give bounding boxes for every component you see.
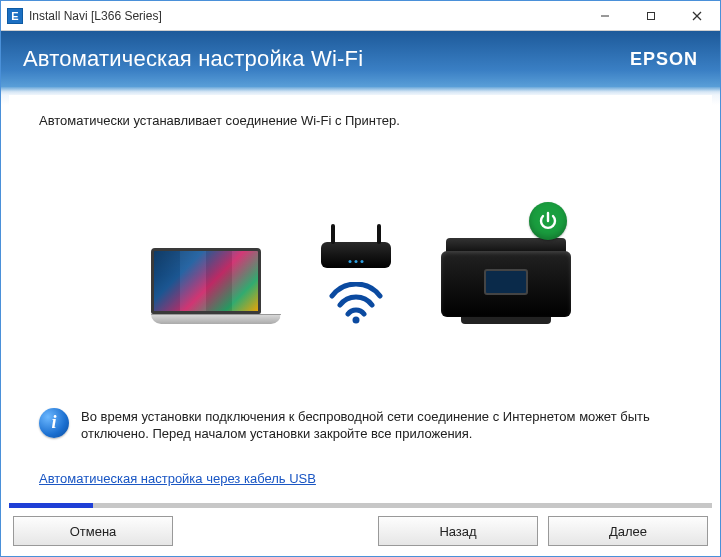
- close-button[interactable]: [674, 1, 720, 30]
- page-heading: Автоматическая настройка Wi-Fi: [23, 46, 363, 72]
- close-icon: [692, 11, 702, 21]
- printer-icon: [441, 238, 571, 324]
- minimize-button[interactable]: [582, 1, 628, 30]
- maximize-icon: [646, 11, 656, 21]
- info-icon: i: [39, 408, 69, 438]
- window-title: Install Navi [L366 Series]: [29, 9, 582, 23]
- connection-diagram: [39, 184, 682, 324]
- content: Автоматически устанавливает соединение W…: [9, 95, 712, 503]
- wifi-icon: [328, 282, 384, 324]
- content-wrapper: Автоматически устанавливает соединение W…: [1, 95, 720, 503]
- laptop-icon: [151, 248, 271, 324]
- brand-logo: EPSON: [630, 49, 698, 70]
- svg-point-4: [352, 317, 359, 324]
- cancel-button[interactable]: Отмена: [13, 516, 173, 546]
- minimize-icon: [600, 11, 610, 21]
- next-button[interactable]: Далее: [548, 516, 708, 546]
- footer: Отмена Назад Далее: [1, 508, 720, 556]
- info-text: Во время установки подключения к беспров…: [81, 408, 682, 443]
- svg-rect-1: [648, 12, 655, 19]
- info-note: i Во время установки подключения к беспр…: [39, 398, 682, 443]
- window-controls: [582, 1, 720, 30]
- header-gradient: [1, 87, 720, 95]
- app-icon: E: [7, 8, 23, 24]
- link-row: Автоматическая настройка через кабель US…: [39, 469, 682, 487]
- wizard-header: Автоматическая настройка Wi-Fi EPSON: [1, 31, 720, 87]
- usb-setup-link[interactable]: Автоматическая настройка через кабель US…: [39, 471, 316, 486]
- install-navi-window: E Install Navi [L366 Series] Автоматичес…: [0, 0, 721, 557]
- power-icon: [529, 202, 567, 240]
- back-button[interactable]: Назад: [378, 516, 538, 546]
- description-text: Автоматически устанавливает соединение W…: [39, 113, 682, 128]
- titlebar: E Install Navi [L366 Series]: [1, 1, 720, 31]
- router-icon: [321, 242, 391, 268]
- maximize-button[interactable]: [628, 1, 674, 30]
- router-wifi-icon: [321, 242, 391, 324]
- footer-spacer: [183, 516, 368, 546]
